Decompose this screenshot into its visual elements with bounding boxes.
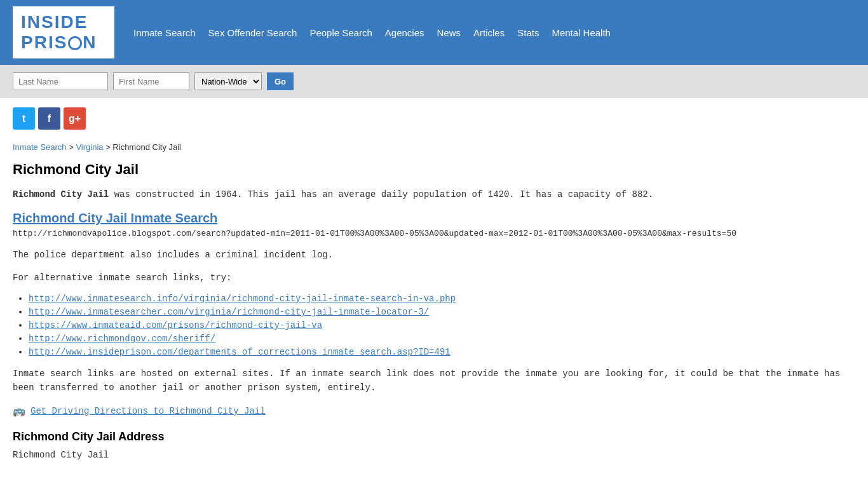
main-nav: Inmate Search Sex Offender Search People… bbox=[133, 27, 611, 38]
address-line1: Richmond City Jail bbox=[13, 450, 855, 460]
logo-pris: PRIS bbox=[21, 32, 67, 53]
twitter-icon[interactable]: t bbox=[13, 107, 35, 130]
last-name-input[interactable] bbox=[13, 72, 108, 90]
inmate-search-link[interactable]: Richmond City Jail Inmate Search bbox=[13, 211, 855, 226]
jail-description-rest: was constructed in 1964. This jail has a… bbox=[109, 189, 653, 200]
breadcrumb-current: Richmond City Jail bbox=[112, 142, 181, 152]
logo-n: N bbox=[83, 32, 97, 53]
page-title: Richmond City Jail bbox=[13, 161, 855, 178]
alt-link-5[interactable]: http://www.insideprison.com/departments_… bbox=[29, 347, 451, 357]
jail-name-bold: Richmond City Jail bbox=[13, 189, 109, 200]
nav-inmate-search[interactable]: Inmate Search bbox=[133, 27, 196, 38]
nav-news[interactable]: News bbox=[437, 27, 461, 38]
go-button[interactable]: Go bbox=[267, 72, 294, 90]
facebook-icon[interactable]: f bbox=[38, 107, 60, 130]
breadcrumb-sep2: > bbox=[105, 142, 112, 152]
nav-sex-offender-search[interactable]: Sex Offender Search bbox=[208, 27, 297, 38]
alt-links-intro: For alternative inmate search links, try… bbox=[13, 271, 855, 286]
alt-link-1[interactable]: http://www.inmatesearch.info/virginia/ri… bbox=[29, 294, 456, 304]
nav-stats[interactable]: Stats bbox=[517, 27, 539, 38]
nav-articles[interactable]: Articles bbox=[473, 27, 505, 38]
nav-people-search[interactable]: People Search bbox=[309, 27, 372, 38]
header: INSIDE PRIS N Inmate Search Sex Offender… bbox=[0, 0, 868, 65]
alt-links-list: http://www.inmatesearch.info/virginia/ri… bbox=[29, 294, 855, 357]
social-icons: t f g+ bbox=[13, 107, 855, 130]
list-item: http://www.richmondgov.com/sheriff/ bbox=[29, 334, 855, 344]
search-bar: Nation-Wide Go bbox=[0, 65, 868, 98]
list-item: http://www.insideprison.com/departments_… bbox=[29, 347, 855, 357]
nav-agencies[interactable]: Agencies bbox=[385, 27, 424, 38]
list-item: http://www.inmatesearch.info/virginia/ri… bbox=[29, 294, 855, 304]
police-dept-text: The police department also includes a cr… bbox=[13, 248, 855, 263]
jail-description: Richmond City Jail was constructed in 19… bbox=[13, 187, 855, 201]
bus-icon: 🚌 bbox=[13, 405, 25, 417]
breadcrumb-virginia[interactable]: Virginia bbox=[76, 142, 103, 152]
location-select[interactable]: Nation-Wide bbox=[194, 72, 262, 90]
nav-mental-health[interactable]: Mental Health bbox=[552, 27, 611, 38]
logo-inside: INSIDE bbox=[21, 12, 106, 32]
inmate-search-url: http://richmondvapolice.blogspot.com/sea… bbox=[13, 229, 855, 238]
content: t f g+ Inmate Search > Virginia > Richmo… bbox=[0, 98, 868, 470]
googleplus-icon[interactable]: g+ bbox=[64, 107, 86, 130]
list-item: http://www.inmatesearcher.com/virginia/r… bbox=[29, 307, 855, 317]
alt-link-4[interactable]: http://www.richmondgov.com/sheriff/ bbox=[29, 334, 215, 344]
logo[interactable]: INSIDE PRIS N bbox=[13, 6, 114, 58]
breadcrumb: Inmate Search > Virginia > Richmond City… bbox=[13, 142, 855, 152]
first-name-input[interactable] bbox=[113, 72, 189, 90]
breadcrumb-inmate-search[interactable]: Inmate Search bbox=[13, 142, 67, 152]
address-section-title: Richmond City Jail Address bbox=[13, 430, 855, 444]
breadcrumb-sep1: > bbox=[69, 142, 76, 152]
logo-prison: PRIS N bbox=[21, 32, 106, 53]
driving-directions: 🚌 Get Driving Directions to Richmond Cit… bbox=[13, 405, 855, 417]
disclaimer-text: Inmate search links are hosted on extern… bbox=[13, 367, 855, 395]
alt-link-2[interactable]: http://www.inmatesearcher.com/virginia/r… bbox=[29, 307, 429, 317]
logo-o-icon bbox=[68, 36, 82, 50]
list-item: https://www.inmateaid.com/prisons/richmo… bbox=[29, 320, 855, 330]
alt-link-3[interactable]: https://www.inmateaid.com/prisons/richmo… bbox=[29, 320, 322, 330]
driving-directions-link[interactable]: Get Driving Directions to Richmond City … bbox=[31, 406, 266, 416]
